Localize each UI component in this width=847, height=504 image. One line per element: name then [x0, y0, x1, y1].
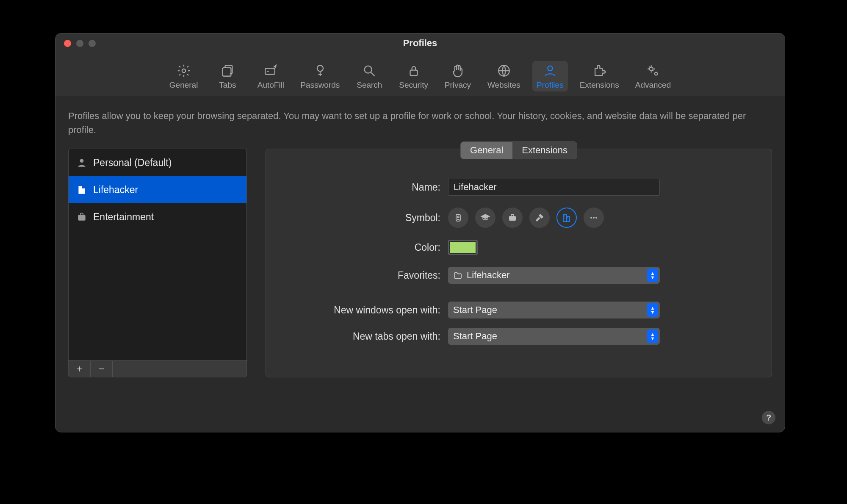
popup-arrows-icon: ▲▼ [647, 330, 658, 343]
tab-advanced[interactable]: Advanced [631, 61, 675, 91]
profile-label: Lifehacker [93, 184, 138, 196]
svg-point-4 [365, 66, 372, 73]
tab-security[interactable]: Security [395, 61, 432, 91]
tab-label: Security [399, 80, 428, 90]
symbol-briefcase[interactable] [502, 208, 523, 228]
tabs-icon [220, 64, 235, 78]
tab-label: Privacy [445, 80, 471, 90]
close-window-button[interactable] [64, 40, 71, 47]
zoom-window-button[interactable] [89, 40, 96, 47]
svg-point-3 [317, 65, 323, 71]
minimize-window-button[interactable] [76, 40, 83, 47]
new-tabs-value: Start Page [453, 331, 497, 342]
svg-rect-15 [80, 188, 80, 189]
new-tabs-label: New tabs open with: [283, 331, 448, 342]
preferences-toolbar: General Tabs AutoFill Passwords Search S… [55, 53, 785, 97]
symbol-building[interactable] [556, 208, 577, 228]
name-label: Name: [283, 182, 448, 193]
tab-privacy[interactable]: Privacy [440, 61, 476, 91]
symbol-more[interactable] [584, 208, 604, 228]
remove-profile-button[interactable]: − [91, 361, 113, 377]
svg-point-24 [593, 217, 595, 219]
tab-extensions[interactable]: Extensions [576, 61, 623, 91]
svg-rect-17 [78, 215, 85, 221]
tab-label: Search [357, 80, 382, 90]
profile-row-lifehacker[interactable]: Lifehacker [69, 176, 246, 203]
briefcase-icon [76, 211, 87, 222]
favorites-label: Favorites: [283, 270, 448, 281]
folder-icon [453, 271, 462, 279]
lock-icon [407, 64, 421, 78]
tab-label: Passwords [300, 80, 340, 90]
symbol-picker [448, 208, 604, 228]
profile-color-well[interactable] [448, 240, 478, 255]
window-controls [55, 40, 96, 47]
tab-websites[interactable]: Websites [483, 61, 525, 91]
ellipsis-icon [589, 213, 599, 223]
graduation-icon [480, 213, 490, 223]
new-windows-popup[interactable]: Start Page ▲▼ [448, 302, 660, 318]
detail-segmented-control: General Extensions [460, 141, 577, 159]
building-icon [562, 213, 572, 223]
svg-point-0 [182, 69, 185, 73]
preferences-window: Profiles General Tabs AutoFill Passwords… [55, 33, 785, 432]
tab-label: Extensions [580, 80, 619, 90]
intro-text: Profiles allow you to keep your browsing… [68, 109, 763, 137]
symbol-badge[interactable] [448, 208, 468, 228]
svg-rect-13 [80, 187, 80, 188]
content-area: Profiles allow you to keep your browsing… [55, 97, 785, 432]
profile-row-personal[interactable]: Personal (Default) [69, 149, 246, 176]
tab-label: Tabs [219, 80, 236, 90]
tab-label: General [169, 80, 198, 90]
profiles-list: Personal (Default) Lifehacker Entertainm… [68, 149, 247, 360]
profile-name-input[interactable] [448, 179, 660, 196]
svg-rect-11 [78, 186, 82, 194]
tab-label: Advanced [635, 80, 671, 90]
svg-point-7 [548, 66, 552, 71]
popup-arrows-icon: ▲▼ [647, 303, 658, 317]
person-fill-icon [76, 157, 87, 168]
color-label: Color: [283, 242, 448, 253]
help-button[interactable]: ? [762, 411, 775, 424]
new-tabs-popup[interactable]: Start Page ▲▼ [448, 328, 660, 345]
globe-icon [497, 64, 511, 78]
hammer-icon [534, 213, 545, 223]
tab-search[interactable]: Search [352, 61, 387, 91]
svg-point-19 [457, 216, 459, 218]
gear-icon [177, 64, 191, 78]
symbol-graduation[interactable] [475, 208, 495, 228]
svg-rect-20 [509, 216, 516, 221]
tab-autofill[interactable]: AutoFill [253, 61, 288, 91]
svg-rect-1 [223, 68, 231, 76]
symbol-hammer[interactable] [529, 208, 550, 228]
person-icon [543, 64, 557, 78]
segment-general[interactable]: General [461, 142, 512, 159]
briefcase-icon [507, 213, 518, 223]
svg-rect-2 [266, 68, 275, 74]
svg-rect-12 [82, 188, 85, 194]
tab-profiles[interactable]: Profiles [532, 61, 568, 91]
svg-point-25 [595, 217, 597, 219]
profile-detail-panel: General Extensions Name: Symbol: [266, 149, 772, 377]
add-profile-button[interactable]: + [69, 361, 91, 377]
tab-tabs[interactable]: Tabs [210, 61, 245, 91]
favorites-value: Lifehacker [467, 270, 510, 281]
tab-general[interactable]: General [165, 61, 202, 91]
gears-icon [646, 64, 660, 78]
svg-point-9 [655, 72, 658, 75]
segment-extensions[interactable]: Extensions [512, 142, 577, 159]
svg-rect-14 [80, 187, 81, 188]
profiles-list-footer: + − [68, 360, 247, 377]
svg-point-10 [80, 159, 84, 163]
tab-label: Profiles [537, 80, 563, 90]
puzzle-icon [592, 64, 606, 78]
tab-passwords[interactable]: Passwords [296, 61, 344, 91]
favorites-popup[interactable]: Lifehacker ▲▼ [448, 267, 660, 284]
new-windows-value: Start Page [453, 305, 497, 316]
badge-icon [453, 213, 463, 223]
profiles-sidebar: Personal (Default) Lifehacker Entertainm… [68, 149, 247, 377]
key-icon [313, 64, 327, 78]
profile-row-entertainment[interactable]: Entertainment [69, 203, 246, 230]
popup-arrows-icon: ▲▼ [647, 269, 658, 282]
tab-label: AutoFill [257, 80, 284, 90]
